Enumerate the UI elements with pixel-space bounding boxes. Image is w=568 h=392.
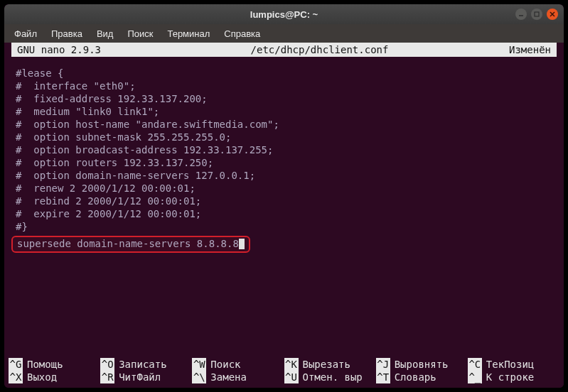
menubar: Файл Правка Вид Поиск Терминал Справка (4, 24, 564, 43)
shortcut-cut: ^KВырезать (284, 358, 376, 371)
minimize-button[interactable] (515, 9, 527, 20)
nano-file-path: /etc/dhcp/dhclient.conf (188, 43, 451, 56)
window-controls (515, 9, 558, 20)
shortcut-readfile: ^RЧитФайл (100, 371, 192, 383)
shortcut-exit: ^XВыход (9, 371, 100, 383)
nano-header: GNU nano 2.9.3 /etc/dhcp/dhclient.conf И… (11, 43, 557, 57)
shortcut-whereis: ^WПоиск (192, 358, 284, 371)
close-button[interactable] (547, 9, 558, 20)
shortcut-replace: ^\Замена (192, 371, 284, 383)
shortcut-justify: ^JВыровнять (376, 358, 468, 371)
shortcut-writeout: ^OЗаписать (100, 358, 192, 371)
highlighted-text: supersede domain-name-servers 8.8.8.8 (17, 238, 239, 249)
window-title: lumpics@PC: ~ (53, 9, 515, 20)
editor-content[interactable]: #lease { # interface "eth0"; # fixed-add… (4, 57, 564, 233)
menu-edit[interactable]: Правка (45, 27, 88, 40)
shortcut-spell: ^TСловарь (376, 371, 468, 383)
terminal-area[interactable]: GNU nano 2.9.3 /etc/dhcp/dhclient.conf И… (4, 43, 564, 388)
menu-terminal[interactable]: Терминал (161, 27, 215, 40)
nano-shortcuts: ^GПомощь ^OЗаписать ^WПоиск ^KВырезать ^… (4, 358, 564, 383)
terminal-window: lumpics@PC: ~ Файл Правка Вид Поиск Терм… (4, 4, 564, 388)
titlebar: lumpics@PC: ~ (4, 4, 564, 24)
shortcut-help: ^GПомощь (9, 358, 100, 371)
menu-search[interactable]: Поиск (122, 27, 159, 40)
shortcut-uncut: ^UОтмен. выр (284, 371, 376, 383)
shortcut-gotoline: ^_К строке (468, 371, 559, 383)
shortcut-curpos: ^CТекПозиц (468, 358, 559, 371)
nano-app-name: GNU nano 2.9.3 (17, 43, 188, 56)
maximize-button[interactable] (531, 9, 542, 20)
cursor-icon (239, 239, 245, 249)
menu-help[interactable]: Справка (218, 27, 266, 40)
highlighted-line: supersede domain-name-servers 8.8.8.8 (11, 236, 250, 253)
menu-view[interactable]: Вид (91, 27, 119, 40)
svg-rect-1 (535, 12, 539, 16)
menu-file[interactable]: Файл (9, 27, 43, 40)
nano-status: Изменён (451, 43, 551, 56)
